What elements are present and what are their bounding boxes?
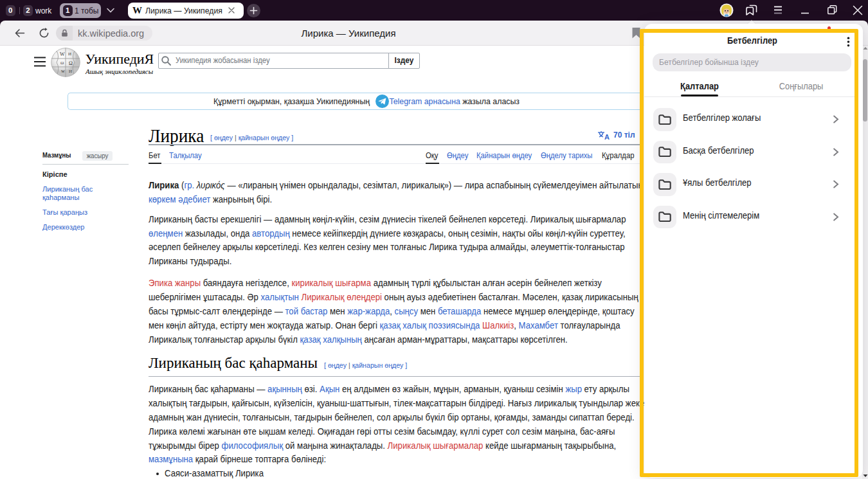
svg-text:W: W: [60, 51, 65, 57]
svg-text:w: w: [61, 68, 65, 74]
svg-text:И: И: [69, 69, 72, 74]
svg-text:ω: ω: [60, 60, 64, 66]
svg-text:Ω: Ω: [69, 60, 73, 66]
svg-text:И: И: [68, 51, 71, 57]
svg-text:A: A: [604, 133, 610, 140]
